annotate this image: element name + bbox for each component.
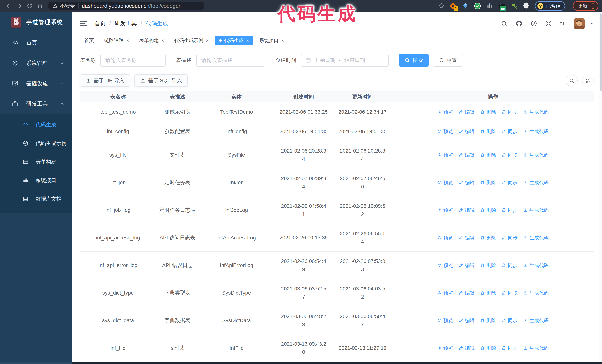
close-icon[interactable]: ×	[206, 38, 209, 43]
action-generate[interactable]: 生成代码	[523, 127, 549, 135]
bookmark-star-icon[interactable]	[438, 3, 445, 9]
action-edit[interactable]: 编辑	[459, 151, 474, 159]
action-delete[interactable]: 删除	[480, 316, 496, 324]
action-generate[interactable]: 生成代码	[523, 289, 549, 297]
action-sync[interactable]: 同步	[502, 316, 517, 324]
close-icon[interactable]: ×	[281, 38, 284, 43]
action-preview[interactable]: 预览	[437, 234, 453, 242]
search-toggle-button[interactable]	[566, 75, 578, 86]
refresh-table-button[interactable]	[582, 75, 594, 86]
action-sync[interactable]: 同步	[502, 234, 517, 242]
start-date-placeholder[interactable]: 开始日期	[315, 57, 335, 64]
action-delete[interactable]: 删除	[480, 261, 496, 269]
action-preview[interactable]: 预览	[437, 206, 453, 214]
end-date-placeholder[interactable]: 结束日期	[344, 57, 365, 64]
action-edit[interactable]: 编辑	[459, 127, 474, 135]
action-generate[interactable]: 生成代码	[523, 234, 549, 242]
breadcrumb-item[interactable]: 首页	[95, 20, 106, 27]
date-range-picker[interactable]: 开始日期 - 结束日期	[301, 54, 389, 67]
import-sql-button[interactable]: 基于 SQL 导入	[134, 74, 188, 87]
tab-item[interactable]: 代码生成示例×	[170, 36, 213, 45]
close-icon[interactable]: ×	[161, 38, 164, 43]
action-edit[interactable]: 编辑	[459, 289, 474, 297]
tab-item[interactable]: 系统接口×	[255, 36, 288, 45]
action-preview[interactable]: 预览	[437, 108, 453, 116]
app-logo-row[interactable]: 芋道管理系统	[0, 12, 72, 32]
tab-item[interactable]: 表单构建×	[135, 36, 168, 45]
sidebar-subitem[interactable]: 数据库文档	[0, 190, 72, 208]
action-edit[interactable]: 编辑	[459, 316, 474, 324]
action-delete[interactable]: 删除	[480, 178, 496, 187]
vertical-scrollbar[interactable]	[599, 12, 602, 362]
action-generate[interactable]: 生成代码	[523, 178, 549, 187]
action-preview[interactable]: 预览	[437, 151, 453, 159]
sidebar-subitem[interactable]: 表单构建	[0, 153, 72, 171]
search-button[interactable]: 搜索	[399, 54, 429, 67]
browser-forward-icon[interactable]	[14, 1, 24, 11]
action-edit[interactable]: 编辑	[459, 344, 474, 352]
import-db-button[interactable]: 基于 DB 导入	[80, 74, 130, 87]
action-sync[interactable]: 同步	[502, 127, 517, 135]
profile-paused-pill[interactable]: 已暂停	[535, 1, 565, 11]
action-generate[interactable]: 生成代码	[523, 206, 549, 214]
action-delete[interactable]: 删除	[480, 127, 496, 135]
action-sync[interactable]: 同步	[502, 344, 517, 352]
github-icon[interactable]	[516, 20, 522, 27]
extension-orange-icon[interactable]: 1	[449, 2, 457, 10]
breadcrumb-item[interactable]: 研发工具	[115, 20, 137, 27]
sidebar-item[interactable]: 基础设施	[0, 73, 72, 94]
action-delete[interactable]: 删除	[480, 108, 496, 116]
browser-update-button[interactable]: 更新	[573, 1, 598, 11]
tab-item[interactable]: 首页	[80, 36, 98, 45]
avatar[interactable]	[574, 18, 585, 29]
reset-button[interactable]: 重置	[433, 54, 463, 67]
sidebar-subitem[interactable]: 代码生成示例	[0, 134, 72, 153]
browser-home-icon[interactable]	[35, 1, 45, 11]
action-preview[interactable]: 预览	[437, 178, 453, 187]
browser-back-icon[interactable]	[4, 1, 14, 11]
browser-menu-icon[interactable]	[591, 2, 595, 10]
extension-gem-icon[interactable]	[462, 2, 469, 10]
help-icon[interactable]	[530, 20, 537, 27]
action-generate[interactable]: 生成代码	[523, 108, 549, 116]
sidebar-subitem[interactable]: 系统接口	[0, 171, 72, 190]
table-name-input[interactable]	[100, 54, 166, 67]
action-edit[interactable]: 编辑	[459, 108, 474, 116]
address-bar[interactable]: 不安全 dashboard.yudao.iocoder.cn/tool/code…	[48, 2, 204, 10]
sidebar-subitem[interactable]: 代码生成	[0, 115, 72, 134]
action-sync[interactable]: 同步	[502, 108, 517, 116]
close-icon[interactable]: ×	[126, 38, 129, 43]
action-delete[interactable]: 删除	[480, 151, 496, 159]
action-generate[interactable]: 生成代码	[523, 151, 549, 159]
action-delete[interactable]: 删除	[480, 289, 496, 297]
extension-columns-icon[interactable]	[486, 2, 494, 10]
action-edit[interactable]: 编辑	[459, 234, 474, 242]
action-edit[interactable]: 编辑	[459, 261, 474, 269]
extension-check-icon[interactable]	[474, 2, 481, 10]
font-size-icon[interactable]: tT	[560, 20, 566, 27]
action-preview[interactable]: 预览	[437, 316, 453, 324]
action-preview[interactable]: 预览	[437, 289, 453, 297]
table-desc-input[interactable]	[196, 54, 265, 67]
sidebar-toggle-icon[interactable]	[80, 21, 87, 26]
action-edit[interactable]: 编辑	[459, 206, 474, 214]
action-edit[interactable]: 编辑	[459, 178, 474, 187]
close-icon[interactable]: ×	[246, 38, 249, 43]
sidebar-item[interactable]: 系统管理	[0, 53, 72, 73]
extension-server-icon[interactable]: on	[498, 2, 506, 10]
tab-item[interactable]: 链路追踪×	[100, 36, 133, 45]
action-sync[interactable]: 同步	[502, 206, 517, 214]
action-generate[interactable]: 生成代码	[523, 261, 549, 269]
action-sync[interactable]: 同步	[502, 261, 517, 269]
action-generate[interactable]: 生成代码	[523, 344, 549, 352]
action-delete[interactable]: 删除	[480, 206, 496, 214]
action-preview[interactable]: 预览	[437, 344, 453, 352]
action-delete[interactable]: 删除	[480, 234, 496, 242]
action-sync[interactable]: 同步	[502, 151, 517, 159]
breadcrumb-item[interactable]: 代码生成	[146, 20, 168, 27]
extension-key-icon[interactable]	[510, 2, 518, 10]
extension-puzzle-icon[interactable]	[523, 2, 530, 10]
scrollbar-thumb[interactable]	[600, 13, 602, 91]
action-preview[interactable]: 预览	[437, 127, 453, 135]
fullscreen-icon[interactable]	[545, 20, 552, 27]
